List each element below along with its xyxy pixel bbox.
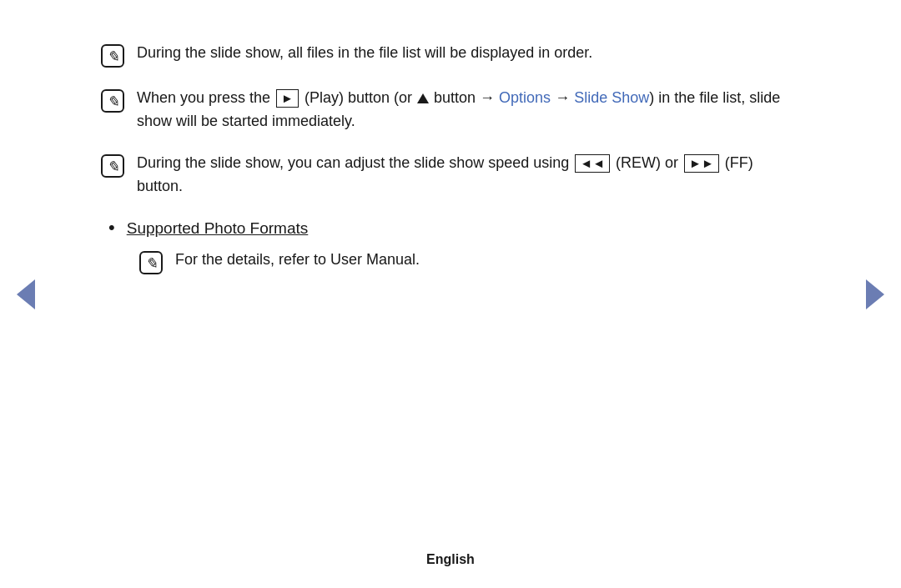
svg-text:✎: ✎ bbox=[107, 158, 119, 175]
left-arrow-icon bbox=[17, 279, 35, 309]
ff-button-inline: ►► bbox=[684, 154, 719, 173]
note-item-2: ✎ When you press the ► (Play) button (or… bbox=[100, 87, 801, 133]
footer-label: English bbox=[426, 552, 475, 566]
play-button-inline: ► bbox=[276, 89, 299, 108]
footer: English bbox=[0, 552, 901, 567]
sub-note-icon: ✎ bbox=[138, 250, 164, 275]
svg-text:✎: ✎ bbox=[107, 93, 119, 110]
nav-arrow-right[interactable] bbox=[866, 279, 884, 309]
bullet-dot: • bbox=[108, 217, 115, 239]
bullet-section: • Supported Photo Formats ✎ For the deta… bbox=[108, 217, 801, 275]
note-text-3: During the slide show, you can adjust th… bbox=[137, 152, 801, 199]
bullet-header: • Supported Photo Formats bbox=[108, 217, 801, 239]
rew-button-inline: ◄◄ bbox=[575, 154, 610, 173]
note-text-1: During the slide show, all files in the … bbox=[137, 42, 801, 65]
nav-arrow-left[interactable] bbox=[17, 279, 35, 309]
note-icon-3: ✎ bbox=[100, 153, 125, 178]
note-text-2: When you press the ► (Play) button (or b… bbox=[137, 87, 801, 133]
sub-note-item: ✎ For the details, refer to User Manual. bbox=[138, 249, 801, 275]
supported-photo-formats-title: Supported Photo Formats bbox=[127, 219, 309, 238]
note-icon-2: ✎ bbox=[100, 88, 125, 113]
triangle-icon bbox=[417, 93, 429, 103]
options-link: Options bbox=[499, 89, 551, 106]
note-item-3: ✎ During the slide show, you can adjust … bbox=[100, 152, 801, 199]
note-icon-1: ✎ bbox=[100, 43, 125, 68]
svg-text:✎: ✎ bbox=[145, 255, 158, 272]
note-item-1: ✎ During the slide show, all files in th… bbox=[100, 42, 801, 68]
main-content: ✎ During the slide show, all files in th… bbox=[0, 17, 901, 275]
svg-text:✎: ✎ bbox=[107, 48, 119, 65]
sub-note-text: For the details, refer to User Manual. bbox=[175, 249, 420, 272]
right-arrow-icon bbox=[866, 279, 884, 309]
note1-text: During the slide show, all files in the … bbox=[137, 44, 592, 61]
slide-show-link: Slide Show bbox=[574, 89, 649, 106]
